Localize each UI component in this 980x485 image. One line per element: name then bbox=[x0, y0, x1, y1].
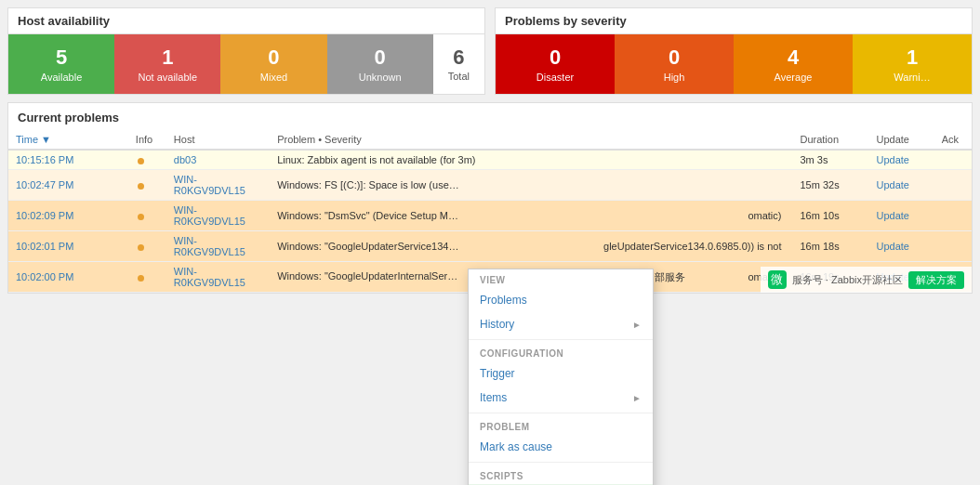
info-cell bbox=[128, 262, 166, 293]
warning-label: Warni… bbox=[860, 72, 964, 83]
mixed-label: Mixed bbox=[228, 72, 319, 83]
ctx-divider-2 bbox=[469, 413, 653, 413]
info-cell bbox=[128, 201, 166, 231]
ack-cell bbox=[934, 231, 972, 262]
ctx-trigger-label: Trigger bbox=[480, 367, 515, 380]
duration-cell: 15m 32s bbox=[792, 170, 868, 201]
problem-cell: Windows: FS [(C:)]: Space is low (use… bbox=[270, 170, 792, 201]
unknown-label: Unknown bbox=[335, 72, 426, 83]
col-ack: Ack bbox=[934, 130, 972, 150]
ctx-history-label: History bbox=[480, 318, 514, 331]
total-count: 6 bbox=[448, 46, 470, 70]
time-cell: 10:02:47 PM bbox=[8, 170, 128, 201]
not-available-count: 1 bbox=[122, 46, 213, 70]
ctx-item-history[interactable]: History ► bbox=[469, 312, 653, 336]
high-label: High bbox=[622, 72, 726, 83]
update-link[interactable]: Update bbox=[876, 179, 908, 190]
host-availability-panel: Host availability 5 Available 1 Not avai… bbox=[7, 7, 485, 95]
ctx-history-arrow: ► bbox=[632, 320, 642, 330]
ctx-section-view: VIEW bbox=[469, 269, 653, 288]
host-link[interactable]: WIN-R0KGV9DVL15 bbox=[174, 266, 245, 288]
col-duration: Duration bbox=[792, 130, 868, 150]
time-cell: 10:02:00 PM bbox=[8, 262, 128, 293]
availability-boxes: 5 Available 1 Not available 0 Mixed 0 Un… bbox=[8, 34, 484, 94]
high-count: 0 bbox=[622, 46, 726, 70]
warning-count: 1 bbox=[860, 46, 964, 70]
host-link[interactable]: WIN-R0KGV9DVL15 bbox=[174, 204, 245, 227]
update-cell: Update bbox=[868, 201, 934, 231]
info-cell bbox=[128, 150, 166, 170]
disaster-label: Disaster bbox=[503, 72, 607, 83]
info-cell bbox=[128, 170, 166, 201]
update-cell: Update bbox=[868, 150, 934, 170]
table-row: 10:02:47 PM WIN-R0KGV9DVL15 Windows: FS … bbox=[8, 170, 972, 201]
ctx-problems-label: Problems bbox=[480, 294, 527, 307]
ctx-section-scripts: SCRIPTS bbox=[469, 465, 653, 484]
ctx-items-label: Items bbox=[480, 391, 507, 404]
warning-box: 1 Warni… bbox=[853, 34, 972, 94]
table-row: 10:02:01 PM WIN-R0KGV9DVL15 Windows: "Go… bbox=[8, 231, 972, 262]
time-link[interactable]: 10:02:00 PM bbox=[16, 271, 73, 282]
problem-text: Windows: FS [(C:)]: Space is low (use… bbox=[277, 179, 459, 190]
average-count: 4 bbox=[741, 46, 845, 70]
update-cell: Update bbox=[868, 170, 934, 201]
total-label: Total bbox=[448, 71, 470, 82]
info-dot bbox=[138, 244, 144, 251]
ack-cell bbox=[934, 170, 972, 201]
table-row: 10:15:16 PM db03 Linux: Zabbix agent is … bbox=[8, 150, 972, 170]
problem-text: Windows: "GoogleUpdaterService134… gleUp… bbox=[277, 241, 458, 252]
update-link[interactable]: Update bbox=[876, 154, 908, 165]
host-availability-title: Host availability bbox=[8, 8, 484, 34]
problem-text: Windows: "DsmSvc" (Device Setup M… omati… bbox=[277, 210, 458, 221]
watermark-text: 服务号 · Zabbix开源社区 bbox=[792, 273, 903, 287]
host-link[interactable]: WIN-R0KGV9DVL15 bbox=[174, 235, 245, 257]
duration-cell: 16m 18s bbox=[792, 231, 868, 262]
info-dot bbox=[138, 214, 144, 220]
time-cell: 10:02:09 PM bbox=[8, 201, 128, 231]
problem-text: Linux: Zabbix agent is not available (fo… bbox=[277, 154, 475, 165]
duration-text: 15m 32s bbox=[800, 179, 839, 190]
update-link[interactable]: Update bbox=[876, 241, 908, 252]
not-available-label: Not available bbox=[122, 72, 213, 83]
average-box: 4 Average bbox=[734, 34, 853, 94]
host-cell: WIN-R0KGV9DVL15 bbox=[166, 262, 270, 293]
host-cell: WIN-R0KGV9DVL15 bbox=[166, 231, 270, 262]
ctx-item-trigger[interactable]: Trigger bbox=[469, 361, 653, 386]
high-box: 0 High bbox=[615, 34, 734, 94]
severity-title: Problems by severity bbox=[496, 8, 972, 34]
ctx-section-configuration: CONFIGURATION bbox=[469, 343, 653, 361]
info-dot bbox=[138, 275, 144, 282]
duration-cell: 3m 3s bbox=[792, 150, 868, 170]
time-link[interactable]: 10:02:09 PM bbox=[16, 210, 73, 221]
col-update: Update bbox=[868, 130, 934, 150]
time-cell: 10:15:16 PM bbox=[8, 150, 128, 170]
ctx-item-problems[interactable]: Problems bbox=[469, 288, 653, 312]
host-link[interactable]: WIN-R0KGV9DVL15 bbox=[174, 174, 245, 196]
col-problem: Problem • Severity bbox=[270, 130, 792, 150]
ctx-item-mark-cause[interactable]: Mark as cause bbox=[469, 435, 653, 459]
duration-cell: 16m 10s bbox=[792, 201, 868, 231]
current-problems-panel: Current problems Time ▼ Info Host Proble… bbox=[7, 102, 973, 294]
time-cell: 10:02:01 PM bbox=[8, 231, 128, 262]
time-link[interactable]: 10:02:01 PM bbox=[16, 241, 73, 252]
duration-text: 16m 10s bbox=[800, 210, 839, 221]
time-link[interactable]: 10:02:47 PM bbox=[16, 179, 73, 190]
unknown-count: 0 bbox=[335, 46, 426, 70]
not-available-box: 1 Not available bbox=[114, 34, 220, 94]
col-time[interactable]: Time ▼ bbox=[8, 130, 128, 150]
available-label: Available bbox=[16, 72, 107, 83]
ack-cell bbox=[934, 201, 972, 231]
average-label: Average bbox=[741, 72, 845, 83]
duration-text: 16m 18s bbox=[800, 241, 839, 252]
ctx-mark-cause-label: Mark as cause bbox=[480, 440, 552, 453]
total-box: 6 Total bbox=[433, 34, 484, 94]
watermark: 微 服务号 · Zabbix开源社区 解决方案 bbox=[761, 267, 972, 293]
host-link[interactable]: db03 bbox=[174, 154, 196, 165]
disaster-count: 0 bbox=[503, 46, 607, 70]
time-link[interactable]: 10:15:16 PM bbox=[16, 154, 73, 165]
update-link[interactable]: Update bbox=[876, 210, 908, 221]
mixed-box: 0 Mixed bbox=[220, 34, 326, 94]
ctx-item-items[interactable]: Items ► bbox=[469, 386, 653, 410]
current-problems-title: Current problems bbox=[8, 103, 972, 130]
col-host: Host bbox=[166, 130, 270, 150]
